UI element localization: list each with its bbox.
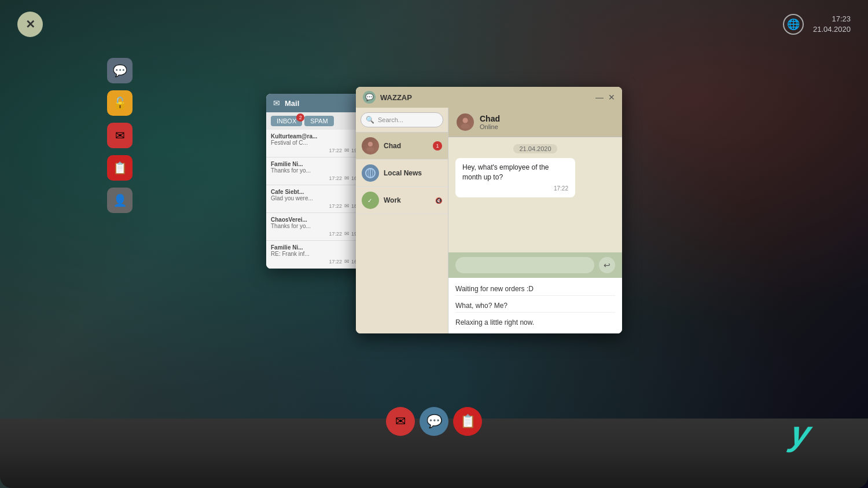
local-news-avatar	[362, 164, 379, 182]
taskbar-chat-icon[interactable]: 💬	[420, 407, 448, 436]
wazzap-body: 🔍 Search... Chad 1 Lo	[356, 108, 622, 333]
svg-text:✓: ✓	[367, 197, 372, 204]
envelope-icon-3: ✉	[344, 203, 349, 209]
wazzap-window-controls: — ✕	[595, 93, 615, 101]
chat-item-chad[interactable]: Chad 1	[356, 133, 448, 160]
message-time-1: 17:22	[462, 185, 568, 193]
top-bar-right: 🌐 17:23 21.04.2020	[783, 14, 851, 35]
svg-point-7	[463, 118, 468, 123]
envelope-icon-1: ✉	[344, 147, 349, 153]
send-button[interactable]: ↩	[599, 257, 615, 273]
envelope-icon-2: ✉	[344, 175, 349, 181]
wazzap-chat-list: Chad 1 Local News ✓ Work 🔇	[356, 133, 448, 333]
wazzap-titlebar: 💬 WAZZAP — ✕	[356, 87, 622, 108]
clock-date: 21.04.2020	[813, 24, 851, 35]
work-avatar: ✓	[362, 192, 379, 209]
inbox-badge: 2	[296, 113, 304, 122]
inbox-tab[interactable]: INBOX 2	[271, 116, 302, 126]
wazzap-close-button[interactable]: ✕	[608, 93, 615, 101]
wazzap-left-panel: 🔍 Search... Chad 1 Lo	[356, 108, 448, 333]
svg-point-0	[368, 142, 373, 146]
sidebar-contacts-icon[interactable]: 👤	[107, 188, 133, 213]
active-contact-avatar	[457, 113, 474, 131]
spam-tab[interactable]: SPAM	[304, 116, 333, 126]
wazzap-suggestions: Waiting for new orders :D What, who? Me?…	[448, 278, 622, 333]
taskbar-tasks-icon[interactable]: 📋	[453, 407, 482, 436]
work-name: Work	[384, 196, 431, 204]
wazzap-chat-header: Chad Online	[448, 108, 622, 137]
chad-badge: 1	[433, 141, 442, 151]
chat-message-1: Hey, what's employee of the month up to?…	[455, 158, 575, 197]
active-contact-name: Chad	[480, 114, 500, 123]
mail-window-title: Mail	[285, 99, 299, 108]
left-sidebar: 💬 🔓 ✉ 📋 👤	[107, 58, 133, 213]
search-placeholder: Search...	[378, 116, 403, 123]
wazzap-app-icon: 💬	[363, 91, 376, 104]
message-input[interactable]	[455, 257, 594, 273]
taskbar-mail-icon[interactable]: ✉	[386, 407, 415, 436]
chat-item-work[interactable]: ✓ Work 🔇	[356, 187, 448, 214]
muted-icon: 🔇	[435, 197, 442, 204]
chat-item-local-news[interactable]: Local News	[356, 160, 448, 187]
taskbar: ✉ 💬 📋	[386, 407, 482, 436]
logo-icon[interactable]: ✕	[17, 12, 43, 37]
wazzap-chat-header-top: Chad Online	[457, 113, 614, 131]
active-contact-info: Chad Online	[480, 114, 500, 130]
svg-point-1	[366, 147, 374, 152]
globe-icon[interactable]: 🌐	[783, 14, 804, 35]
wazzap-search-field[interactable]: 🔍 Search...	[361, 112, 443, 127]
sidebar-tasks-icon[interactable]: 📋	[107, 155, 133, 181]
wazzap-window: 💬 WAZZAP — ✕ 🔍 Search... C	[356, 87, 622, 333]
suggestion-3[interactable]: Relaxing a little right now.	[455, 316, 615, 329]
wazzap-title: WAZZAP	[380, 93, 412, 102]
sidebar-chat-icon[interactable]: 💬	[107, 58, 133, 83]
sidebar-mail-icon[interactable]: ✉	[107, 123, 133, 148]
wazzap-minimize-button[interactable]: —	[595, 93, 604, 101]
wazzap-input-area: ↩	[448, 252, 622, 278]
envelope-icon-5: ✉	[344, 258, 349, 265]
active-contact-status: Online	[480, 123, 500, 130]
time-display: 17:23 21.04.2020	[813, 14, 851, 35]
clock-time: 17:23	[813, 14, 851, 24]
suggestion-1[interactable]: Waiting for new orders :D	[455, 282, 615, 296]
wazzap-right-panel: Chad Online 21.04.2020 Hey, what's emplo…	[448, 108, 622, 333]
wazzap-search-container: 🔍 Search...	[356, 108, 448, 133]
message-text-1: Hey, what's employee of the month up to?	[462, 163, 568, 182]
chad-name: Chad	[384, 142, 428, 150]
suggestion-2[interactable]: What, who? Me?	[455, 299, 615, 313]
chat-date-divider: 21.04.2020	[513, 144, 557, 153]
search-icon: 🔍	[366, 116, 374, 124]
sidebar-lock-icon[interactable]: 🔓	[107, 90, 133, 116]
wazzap-chat-area: 21.04.2020 Hey, what's employee of the m…	[448, 137, 622, 252]
envelope-icon-4: ✉	[344, 230, 349, 237]
top-bar: ✕ 🌐 17:23 21.04.2020	[0, 12, 868, 37]
wazzap-title-left: 💬 WAZZAP	[363, 91, 412, 104]
mail-header-envelope-icon: ✉	[273, 98, 280, 108]
local-news-name: Local News	[384, 169, 442, 177]
svg-point-8	[461, 124, 470, 129]
chad-avatar	[362, 137, 379, 155]
